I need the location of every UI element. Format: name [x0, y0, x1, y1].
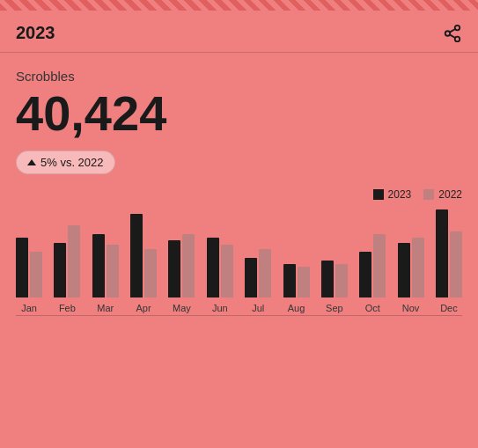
bar-2022 [373, 234, 386, 297]
bar-2023 [207, 238, 219, 297]
scrobbles-count: 40,424 [16, 89, 462, 138]
bar-2022 [450, 231, 462, 297]
month-group: May [168, 234, 195, 313]
bars [321, 261, 348, 297]
x-axis-line [16, 315, 462, 316]
bars [436, 209, 462, 297]
bar-2023 [54, 243, 66, 297]
legend-2023: 2023 [373, 188, 412, 201]
bar-2023 [398, 243, 410, 297]
share-icon[interactable] [443, 24, 462, 43]
month-group: Oct [359, 234, 386, 313]
svg-line-4 [450, 28, 455, 32]
bars [398, 238, 424, 297]
comparison-text: 5% vs. 2022 [40, 156, 104, 169]
month-group: Jan [16, 238, 42, 313]
bar-2023 [92, 234, 105, 297]
legend-label-2023: 2023 [388, 188, 412, 201]
bar-2023 [436, 209, 448, 297]
bar-2023 [321, 261, 334, 297]
bar-2022 [259, 249, 271, 297]
month-label: Jul [252, 303, 264, 313]
svg-line-3 [450, 34, 455, 38]
bar-2022 [182, 234, 195, 297]
header: 2023 [0, 11, 478, 53]
bars [359, 234, 386, 297]
month-label: Aug [288, 303, 305, 313]
month-group: Feb [54, 225, 80, 313]
bar-2022 [335, 264, 348, 297]
month-group: Apr [130, 214, 157, 313]
comparison-badge[interactable]: 5% vs. 2022 [16, 151, 115, 174]
month-label: Nov [402, 303, 420, 313]
month-group: Jun [207, 238, 233, 313]
legend: 2023 2022 [16, 188, 462, 201]
bar-2023 [283, 264, 296, 297]
bars [130, 214, 157, 297]
bar-2022 [68, 225, 80, 297]
bar-2022 [221, 245, 233, 297]
month-label: Oct [365, 303, 380, 313]
bars [54, 225, 80, 297]
bar-2022 [298, 267, 310, 297]
month-label: Jan [21, 303, 37, 313]
legend-label-2022: 2022 [438, 188, 462, 201]
year-title: 2023 [16, 23, 55, 43]
bars [16, 238, 42, 297]
month-group: Sep [321, 261, 348, 313]
month-group: Aug [283, 264, 310, 313]
month-label: Dec [440, 303, 458, 313]
bar-2022 [107, 245, 119, 297]
bars [168, 234, 195, 297]
bars [283, 264, 310, 297]
bars [92, 234, 119, 297]
legend-swatch-2023 [373, 189, 384, 200]
bar-2023 [359, 252, 371, 297]
month-label: Mar [97, 303, 114, 313]
month-label: May [173, 303, 191, 313]
bar-2022 [144, 249, 157, 297]
month-group: Nov [398, 238, 424, 313]
month-label: Apr [136, 303, 151, 313]
bar-2023 [168, 240, 180, 297]
chart-area: 2023 2022 JanFebMarAprMayJunJulAugSepOct… [0, 174, 478, 316]
month-label: Sep [326, 303, 343, 313]
month-label: Feb [59, 303, 76, 313]
month-group: Dec [436, 209, 462, 313]
legend-swatch-2022 [423, 189, 434, 200]
month-label: Jun [212, 303, 228, 313]
bar-2023 [130, 214, 143, 297]
scrobbles-label: Scrobbles [16, 69, 462, 84]
bars [207, 238, 233, 297]
month-group: Mar [92, 234, 119, 313]
bar-2022 [412, 238, 424, 297]
chart-container: JanFebMarAprMayJunJulAugSepOctNovDec [16, 209, 462, 315]
bar-2023 [16, 238, 28, 297]
bars [245, 249, 271, 297]
top-stripe [0, 0, 478, 11]
bar-2022 [30, 252, 42, 297]
bar-2023 [245, 258, 257, 297]
arrow-up-icon [27, 159, 36, 165]
legend-2022: 2022 [423, 188, 462, 201]
scrobbles-section: Scrobbles 40,424 5% vs. 2022 [0, 53, 478, 174]
month-group: Jul [245, 249, 271, 313]
